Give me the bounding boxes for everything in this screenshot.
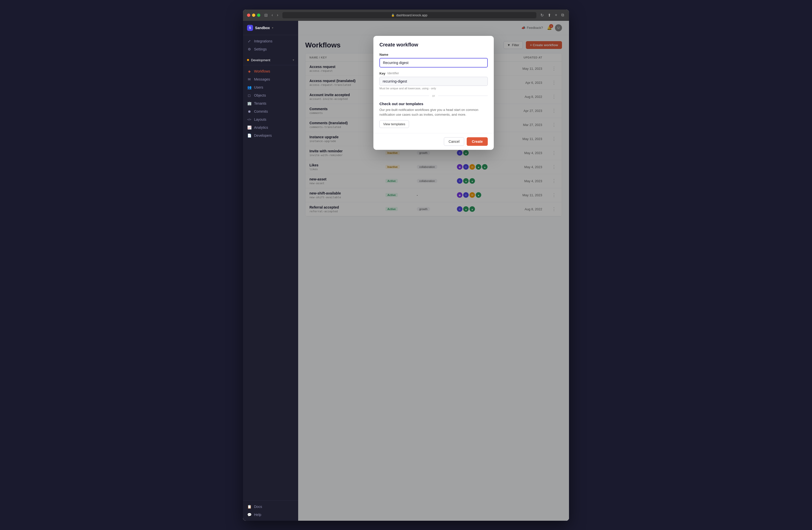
sidebar-header: S Sandbox ▾ <box>243 21 298 35</box>
modal-body: Name Key Identifier Must be unique and a… <box>373 48 494 133</box>
share-button[interactable]: ⬆ <box>547 12 552 18</box>
close-traffic-light[interactable] <box>247 14 250 17</box>
create-modal-label: Create <box>472 140 483 143</box>
browser-chrome: ⊟ ‹ › 🔒 dashboard.knock.app ↻ ⬆ + ⧉ <box>243 10 569 21</box>
app-layout: S Sandbox ▾ ⤢ Integrations ⚙ Settings <box>243 21 569 521</box>
sidebar-item-label: Layouts <box>254 117 266 122</box>
sidebar-item-label: Analytics <box>254 125 268 129</box>
env-chevron-icon: ▾ <box>293 58 294 62</box>
sidebar: S Sandbox ▾ ⤢ Integrations ⚙ Settings <box>243 21 298 521</box>
integrations-icon: ⤢ <box>247 39 251 43</box>
sidebar-item-commits[interactable]: ⏺ Commits <box>243 108 298 115</box>
env-dot-icon <box>247 59 249 61</box>
settings-icon: ⚙ <box>247 47 251 51</box>
users-icon: 👥 <box>247 85 251 89</box>
key-input[interactable] <box>379 77 488 86</box>
sidebar-item-tenants[interactable]: 🏢 Tenants <box>243 99 298 108</box>
sidebar-item-label: Users <box>254 85 263 89</box>
tabs-button[interactable]: ⧉ <box>560 12 565 18</box>
browser-navigation: ⊟ ‹ › <box>263 12 279 18</box>
view-templates-label: View templates <box>383 122 405 126</box>
sidebar-item-analytics[interactable]: 📈 Analytics <box>243 124 298 131</box>
analytics-icon: 📈 <box>247 125 251 129</box>
key-label: Key <box>379 71 386 75</box>
sidebar-item-integrations[interactable]: ⤢ Integrations <box>243 37 298 45</box>
address-bar[interactable]: 🔒 dashboard.knock.app <box>282 12 536 18</box>
modal-footer: Cancel Create <box>373 133 494 150</box>
fullscreen-traffic-light[interactable] <box>257 14 260 17</box>
env-name: Development <box>251 58 270 62</box>
templates-title: Check out our templates <box>379 102 488 106</box>
create-button[interactable]: Create <box>467 137 488 146</box>
browser-right-controls: ↻ ⬆ + ⧉ <box>539 12 565 18</box>
sidebar-item-objects[interactable]: ◻ Objects <box>243 91 298 99</box>
sidebar-item-label: Messages <box>254 77 270 81</box>
sidebar-env-section: Development ▾ <box>243 55 298 65</box>
objects-icon: ◻ <box>247 93 251 97</box>
org-name: Sandbox <box>255 26 270 30</box>
sidebar-item-label: Developers <box>254 134 272 138</box>
sidebar-footer: 📋 Docs 💬 Help <box>243 500 298 521</box>
key-row: Key Identifier <box>379 71 488 75</box>
new-tab-button[interactable]: + <box>554 12 558 18</box>
sidebar-item-workflows[interactable]: ◈ Workflows <box>243 67 298 75</box>
layouts-icon: </> <box>247 118 251 121</box>
sidebar-item-label: Objects <box>254 93 266 97</box>
sidebar-item-developers[interactable]: 📄 Developers <box>243 131 298 140</box>
sidebar-item-label: Settings <box>254 47 267 51</box>
sidebar-item-messages[interactable]: ✉ Messages <box>243 75 298 83</box>
back-button[interactable]: ‹ <box>271 12 274 18</box>
templates-desc: Our pre-built notification workflows giv… <box>379 108 488 117</box>
sidebar-main-nav: ◈ Workflows ✉ Messages 👥 Users ◻ Objects… <box>243 65 298 141</box>
sidebar-toggle-button[interactable]: ⊟ <box>263 12 269 18</box>
cancel-button[interactable]: Cancel <box>444 137 464 146</box>
sidebar-item-layouts[interactable]: </> Layouts <box>243 115 298 124</box>
key-hint: Must be unique and all lowercase, using … <box>379 87 488 90</box>
modal-header: Create workflow <box>373 36 494 48</box>
modal-title: Create workflow <box>379 42 488 48</box>
sidebar-item-label: Commits <box>254 109 268 113</box>
reload-button[interactable]: ↻ <box>539 12 545 18</box>
sidebar-item-label: Workflows <box>254 69 270 73</box>
sidebar-item-settings[interactable]: ⚙ Settings <box>243 45 298 53</box>
workflows-icon: ◈ <box>247 69 251 73</box>
traffic-lights <box>247 14 260 17</box>
sidebar-item-label: Docs <box>254 505 262 509</box>
sidebar-item-users[interactable]: 👥 Users <box>243 83 298 91</box>
main-content: 📣 Feedback? 🔔 1 U Workflows ▼ F <box>298 21 569 521</box>
commits-icon: ⏺ <box>247 109 251 113</box>
divider-text: or <box>432 94 435 98</box>
name-input[interactable] <box>379 58 488 68</box>
key-sublabel: Identifier <box>388 71 399 75</box>
org-chevron-icon: ▾ <box>272 26 273 30</box>
docs-icon: 📋 <box>247 505 251 509</box>
url-text: dashboard.knock.app <box>396 13 427 17</box>
sidebar-top-nav: ⤢ Integrations ⚙ Settings <box>243 35 298 55</box>
developers-icon: 📄 <box>247 134 251 138</box>
key-form-group: Key Identifier Must be unique and all lo… <box>379 71 488 90</box>
tenants-icon: 🏢 <box>247 101 251 106</box>
messages-icon: ✉ <box>247 77 251 81</box>
name-label: Name <box>379 53 488 56</box>
view-templates-button[interactable]: View templates <box>379 120 409 128</box>
sidebar-item-help[interactable]: 💬 Help <box>243 511 298 519</box>
cancel-label: Cancel <box>449 140 460 143</box>
help-icon: 💬 <box>247 513 251 517</box>
sidebar-item-label: Tenants <box>254 101 266 106</box>
org-icon: S <box>247 25 253 31</box>
minimize-traffic-light[interactable] <box>252 14 255 17</box>
modal-overlay: Create workflow Name Key Identifier <box>298 21 569 521</box>
sidebar-item-label: Help <box>254 513 261 517</box>
name-form-group: Name <box>379 53 488 68</box>
forward-button[interactable]: › <box>276 12 279 18</box>
divider-or: or <box>379 94 488 98</box>
templates-section: Check out our templates Our pre-built no… <box>379 102 488 128</box>
sidebar-item-development[interactable]: Development ▾ <box>243 56 298 64</box>
create-workflow-modal: Create workflow Name Key Identifier <box>373 36 494 150</box>
org-switcher[interactable]: S Sandbox ▾ <box>247 25 273 31</box>
sidebar-item-docs[interactable]: 📋 Docs <box>243 503 298 511</box>
sidebar-item-label: Integrations <box>254 39 272 43</box>
lock-icon: 🔒 <box>391 14 395 17</box>
